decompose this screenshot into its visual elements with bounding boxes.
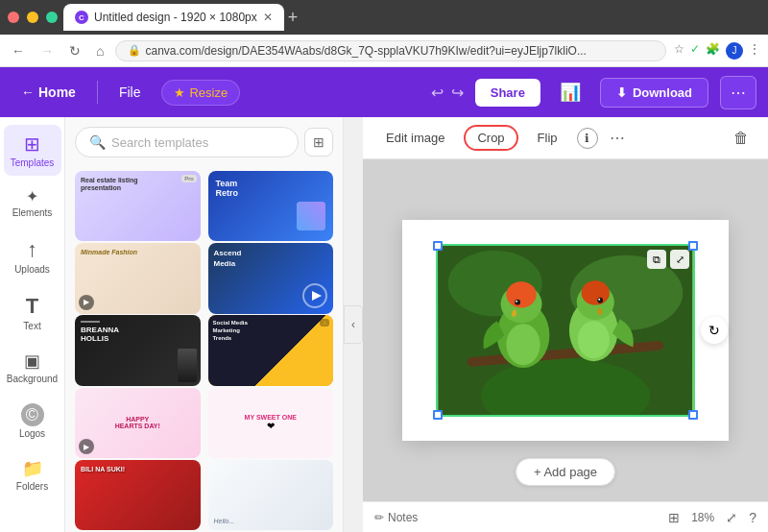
zoom-control[interactable]: 18%	[691, 511, 714, 524]
file-menu-button[interactable]: File	[109, 79, 151, 106]
win-min[interactable]	[27, 12, 38, 23]
handle-bottom-right[interactable]	[688, 410, 698, 420]
fit-button[interactable]: ⤢	[726, 510, 737, 525]
template-card-3[interactable]: Minmade Fashion ▶	[75, 243, 201, 313]
info-button[interactable]: ℹ	[577, 128, 598, 149]
sidebar-item-text[interactable]: T Text	[4, 286, 61, 339]
uploads-icon: ↑	[27, 237, 37, 262]
svg-point-16	[598, 299, 600, 301]
back-button[interactable]: ←	[8, 41, 29, 60]
address-bar-icons: ☆ ✓ 🧩 J ⋮	[674, 42, 760, 60]
more-options-button[interactable]: ⋯	[720, 76, 756, 109]
analytics-button[interactable]: 📊	[552, 78, 588, 107]
tab-close-btn[interactable]: ✕	[263, 11, 273, 24]
template-card-2[interactable]: Team Retro	[208, 171, 334, 241]
panel-collapse-button[interactable]: ‹	[344, 305, 363, 344]
notes-label: Notes	[388, 511, 418, 524]
play-icon-3: ▶	[79, 295, 94, 310]
notes-button[interactable]: ✏ Notes	[374, 511, 418, 524]
sidebar-item-elements[interactable]: ✦ Elements	[4, 180, 61, 226]
image-selection-container[interactable]: ⧉ ⤢ ↻	[436, 244, 695, 417]
template-card-8[interactable]: MY SWEET ONE ❤	[208, 388, 334, 458]
search-placeholder: Search templates	[111, 135, 208, 150]
download-label: Download	[633, 85, 692, 100]
edit-image-button[interactable]: Edit image	[378, 127, 452, 149]
crop-button[interactable]: Crop	[464, 125, 517, 151]
reload-button[interactable]: ↻	[65, 41, 84, 60]
handle-top-left[interactable]	[433, 241, 443, 251]
expand-icon-btn[interactable]: ⤢	[670, 250, 689, 269]
browser-tab-active[interactable]: C Untitled design - 1920 × 1080px ✕	[63, 4, 284, 31]
handle-top-right[interactable]	[688, 241, 698, 251]
browser-tabs: C Untitled design - 1920 × 1080px ✕ +	[63, 4, 760, 31]
window-controls	[8, 12, 58, 23]
sidebar-item-logos[interactable]: © Logos	[4, 396, 61, 447]
browser-chrome: C Untitled design - 1920 × 1080px ✕ +	[0, 0, 768, 35]
resize-label: Resize	[189, 85, 228, 100]
text-label: Text	[23, 321, 40, 331]
filter-button[interactable]: ⊞	[304, 128, 333, 157]
redo-button[interactable]: ↪	[451, 84, 464, 102]
new-tab-button[interactable]: +	[288, 8, 299, 28]
status-bar: ✏ Notes ⊞ 18% ⤢ ?	[363, 501, 768, 532]
bookmark-icon[interactable]: ☆	[674, 42, 684, 60]
search-icon: 🔍	[89, 134, 106, 150]
header-divider	[97, 81, 98, 104]
add-page-button[interactable]: + Add page	[516, 458, 615, 486]
template-card-6[interactable]: Social MediaMarketingTrends ⚠	[208, 315, 334, 385]
flip-button[interactable]: Flip	[530, 127, 565, 149]
toolbar-more-button[interactable]: ⋯	[610, 129, 625, 147]
search-input-container[interactable]: 🔍 Search templates	[75, 127, 299, 157]
template-card-10[interactable]: Hello...	[208, 460, 334, 530]
template-card-9[interactable]: BILI NA SUKI!	[75, 460, 201, 530]
svg-marker-1	[312, 291, 322, 301]
help-button[interactable]: ?	[749, 510, 756, 525]
sidebar-item-templates[interactable]: ⊞ Templates	[4, 125, 61, 176]
svg-point-9	[506, 281, 536, 307]
resize-button[interactable]: ★ Resize	[161, 80, 240, 106]
canva-check-icon: ✓	[690, 42, 700, 60]
home-button[interactable]: ⌂	[92, 41, 108, 60]
win-close[interactable]	[8, 12, 19, 23]
profile-icon[interactable]: J	[726, 42, 743, 60]
canvas-content[interactable]: ⧉ ⤢ ↻ + Add page	[363, 159, 768, 501]
download-button[interactable]: ⬇ Download	[600, 78, 708, 108]
svg-point-10	[515, 300, 520, 305]
grid-button[interactable]: ⊞	[668, 510, 680, 525]
background-label: Background	[7, 374, 58, 384]
sidebar: ⊞ Templates ✦ Elements ↑ Uploads T Text …	[0, 117, 65, 532]
undo-redo-controls: ↩ ↪	[431, 84, 464, 102]
sidebar-item-uploads[interactable]: ↑ Uploads	[4, 230, 61, 282]
sidebar-item-background[interactable]: ▣ Background	[4, 343, 61, 392]
logos-label: Logos	[19, 428, 45, 439]
handle-bottom-left[interactable]	[433, 410, 443, 420]
template-card-7[interactable]: HAPPYHEARTS DAY! ▶	[75, 388, 201, 458]
delete-button[interactable]: 🗑	[730, 126, 753, 151]
logos-icon: ©	[21, 403, 44, 426]
main-layout: ⊞ Templates ✦ Elements ↑ Uploads T Text …	[0, 117, 768, 532]
templates-label: Templates	[11, 157, 55, 168]
menu-icon[interactable]: ⋮	[749, 42, 760, 60]
svg-point-15	[597, 298, 603, 303]
undo-button[interactable]: ↩	[431, 84, 444, 102]
rotate-button[interactable]: ↻	[701, 317, 728, 344]
copy-icon-btn[interactable]: ⧉	[647, 250, 666, 269]
template-card-5[interactable]: BREANNAHOLLIS	[75, 315, 201, 385]
home-button[interactable]: ← Home	[12, 79, 85, 106]
address-input[interactable]: 🔒 canva.com/design/DAE354WAabs/d8Gk_7Q-s…	[115, 40, 666, 61]
sidebar-item-folders[interactable]: 📁 Folders	[4, 450, 61, 499]
forward-button[interactable]: →	[36, 41, 58, 60]
address-bar: ← → ↻ ⌂ 🔒 canva.com/design/DAE354WAabs/d…	[0, 35, 768, 67]
folders-label: Folders	[16, 481, 48, 492]
templates-grid: Real estate listingpresentation Pro Team…	[65, 163, 343, 532]
template-card-1[interactable]: Real estate listingpresentation Pro	[75, 171, 201, 241]
win-max[interactable]	[46, 12, 58, 23]
home-label: Home	[38, 85, 76, 100]
share-button[interactable]: Share	[475, 79, 540, 107]
extensions-icon[interactable]: 🧩	[706, 42, 720, 60]
svg-point-17	[506, 324, 540, 365]
template-card-4[interactable]: AscendMedia	[208, 243, 334, 313]
text-icon: T	[26, 294, 38, 319]
canvas-area: Edit image Crop Flip ℹ ⋯ 🗑	[363, 117, 768, 532]
tab-favicon: C	[75, 11, 88, 24]
